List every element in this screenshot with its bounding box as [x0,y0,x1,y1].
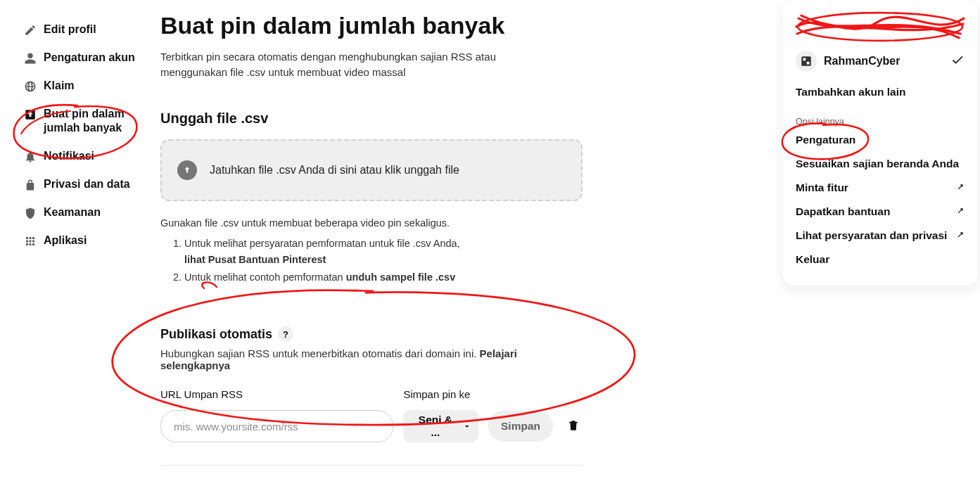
menu-item-logout[interactable]: Keluar [783,248,977,271]
menu-item-label: Minta fitur [796,181,848,194]
chevron-down-icon [462,421,472,431]
bell-icon [24,151,37,163]
page-title: Buat pin dalam jumlah banyak [160,11,583,41]
account-row[interactable]: RahmanCyber [783,44,977,82]
rss-url-label: URL Umpan RSS [160,388,393,400]
svg-rect-2 [803,58,806,61]
external-link-icon [955,183,965,193]
shield-icon [24,207,37,219]
save-to-label: Simpan pin ke [403,388,478,400]
apps-icon [24,235,37,248]
delete-button[interactable] [564,416,583,437]
sidebar-item-edit-profile[interactable]: Edit profil [21,15,148,44]
auto-publish-heading: Publikasi otomatis [160,327,272,342]
sidebar-item-notifications[interactable]: Notifikasi [21,142,148,170]
divider [160,465,583,466]
trash-icon [567,419,580,432]
svg-rect-3 [807,62,810,65]
upload-note: Gunakan file .csv untuk membuat beberapa… [160,215,583,286]
main-content: Buat pin dalam jumlah banyak Terbitkan p… [160,11,583,466]
download-sample-link[interactable]: unduh sampel file .csv [346,271,456,283]
sidebar-item-label: Aplikasi [44,234,87,248]
menu-item-label: Keluar [796,253,829,266]
dropzone-text: Jatuhkan file .csv Anda di sini atau kli… [210,164,459,177]
external-link-icon [955,207,965,217]
sidebar-item-privacy[interactable]: Privasi dan data [21,170,148,198]
menu-item-get-help[interactable]: Dapatkan bantuan [783,200,977,224]
settings-sidebar: Edit profil Pengaturan akun Klaim Buat p… [21,15,148,255]
sidebar-item-apps[interactable]: Aplikasi [21,226,148,255]
account-dropdown: RahmanCyber Tambahkan akun lain Opsi lai… [783,0,977,286]
page-subtitle: Terbitkan pin secara otomatis dengan men… [160,49,561,81]
upload-icon [177,160,197,180]
other-options-label: Opsi lainnya [783,111,977,128]
sidebar-item-security[interactable]: Keamanan [21,198,148,226]
note-item-2: Untuk melihat contoh pemformatan unduh s… [184,269,583,286]
redacted-scribble [783,7,977,44]
sidebar-item-bulk-create[interactable]: Buat pin dalam jumlah banyak [21,100,148,142]
sidebar-item-label: Pengaturan akun [44,51,135,65]
menu-item-label: Dapatkan bantuan [796,205,890,218]
import-icon [24,108,37,121]
menu-item-request-feature[interactable]: Minta fitur [783,176,977,200]
sidebar-item-claim[interactable]: Klaim [21,72,148,100]
menu-item-tune-feed[interactable]: Sesuaikan sajian beranda Anda [783,152,977,176]
svg-rect-1 [801,56,811,66]
sidebar-item-label: Notifikasi [44,149,94,163]
note-item-1: Untuk melihat persyaratan pemformatan un… [184,236,583,268]
sidebar-item-label: Edit profil [44,23,96,37]
pencil-icon [24,24,37,37]
menu-item-label: Lihat persyaratan dan privasi [796,229,947,242]
sidebar-item-label: Keamanan [44,205,101,219]
avatar [796,51,817,72]
sidebar-item-label: Buat pin dalam jumlah banyak [44,107,145,135]
board-select-value: Seni & ... [413,414,457,439]
csv-dropzone[interactable]: Jatuhkan file .csv Anda di sini atau kli… [160,139,583,201]
note-intro: Gunakan file .csv untuk membuat beberapa… [160,215,583,231]
help-icon[interactable]: ? [278,326,293,342]
menu-item-settings[interactable]: Pengaturan [783,128,977,152]
help-center-link[interactable]: lihat Pusat Bantuan Pinterest [184,254,326,265]
save-button[interactable]: Simpan [488,411,553,442]
account-name: RahmanCyber [824,55,943,68]
user-icon [24,52,37,65]
globe-icon [24,80,37,93]
sidebar-item-account-settings[interactable]: Pengaturan akun [21,44,148,72]
menu-item-terms-privacy[interactable]: Lihat persyaratan dan privasi [783,224,977,248]
upload-heading: Unggah file .csv [160,110,583,127]
external-link-icon [955,231,965,241]
lock-icon [24,179,37,191]
sidebar-item-label: Privasi dan data [44,177,130,191]
auto-publish-subtitle: Hubungkan sajian RSS untuk menerbitkan o… [160,347,583,371]
rss-url-input[interactable] [160,410,393,442]
check-icon [950,53,965,70]
add-account[interactable]: Tambahkan akun lain [783,82,977,111]
auto-publish-section: Publikasi otomatis ? Hubungkan sajian RS… [160,326,583,466]
menu-item-label: Pengaturan [796,134,855,146]
menu-item-label: Sesuaikan sajian beranda Anda [796,158,959,170]
sidebar-item-label: Klaim [44,79,75,93]
board-select[interactable]: Seni & ... [403,410,478,442]
